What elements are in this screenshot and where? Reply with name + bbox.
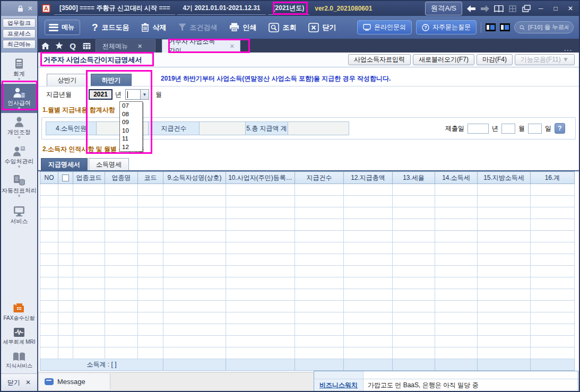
table-cell[interactable]	[105, 324, 138, 336]
table-cell[interactable]	[478, 324, 531, 336]
minimize-button[interactable]: ─	[535, 5, 546, 12]
table-cell[interactable]	[295, 207, 344, 219]
table-cell[interactable]	[105, 254, 138, 266]
table-cell[interactable]	[58, 324, 73, 336]
table-cell[interactable]	[105, 312, 138, 324]
table-cell[interactable]	[40, 312, 58, 324]
table-cell[interactable]	[295, 254, 344, 266]
calendar-icon[interactable]	[80, 39, 93, 53]
table-cell[interactable]	[73, 196, 105, 207]
table-cell[interactable]	[40, 266, 58, 277]
table-cell[interactable]	[344, 196, 393, 207]
table-cell[interactable]	[226, 184, 295, 196]
table-cell[interactable]	[138, 312, 163, 324]
worklink-button[interactable]: 업무링크	[3, 19, 36, 28]
nav-forward-icon[interactable]	[480, 4, 490, 13]
table-cell[interactable]	[40, 196, 58, 207]
tab-business-income[interactable]: 거주자 사업소득간이 ✕	[162, 39, 240, 53]
table-cell[interactable]	[40, 301, 58, 312]
table-cell[interactable]	[73, 347, 105, 359]
table-cell[interactable]	[138, 324, 163, 336]
table-cell[interactable]	[295, 196, 344, 207]
table-cell[interactable]	[344, 266, 393, 277]
pay-year-input[interactable]	[89, 89, 112, 100]
table-cell[interactable]	[531, 336, 575, 347]
sidebar-item-auto-voucher[interactable]: 자동전표처리 ▼	[1, 171, 37, 201]
table-cell[interactable]	[344, 242, 393, 254]
table-cell[interactable]	[226, 207, 295, 219]
pay-month-combobox[interactable]: ▼	[125, 89, 149, 100]
table-cell[interactable]	[295, 301, 344, 312]
table-cell[interactable]	[163, 242, 226, 254]
table-cell[interactable]	[58, 312, 73, 324]
table-cell[interactable]	[344, 312, 393, 324]
table-cell[interactable]	[531, 219, 575, 231]
table-cell[interactable]	[40, 219, 58, 231]
table-cell[interactable]	[73, 207, 105, 219]
table-cell[interactable]	[58, 266, 73, 277]
table-cell[interactable]	[163, 324, 226, 336]
inquiry-button[interactable]: 조회	[269, 23, 297, 32]
table-cell[interactable]	[138, 301, 163, 312]
table-cell[interactable]	[58, 219, 73, 231]
column-header-9.소득자성명(상호)[interactable]: 9.소득자성명(상호)	[163, 172, 226, 184]
table-cell[interactable]	[40, 336, 58, 347]
table-cell[interactable]	[295, 277, 344, 289]
table-cell[interactable]	[105, 266, 138, 277]
table-cell[interactable]	[295, 312, 344, 324]
pay-count-value[interactable]	[200, 122, 246, 135]
sidebar-item-clients[interactable]: 수임처관리 ▼	[1, 142, 37, 171]
message-panel[interactable]: Message	[39, 373, 110, 390]
sidebar-item-mri[interactable]: 세무회계 MRI	[1, 324, 37, 349]
month-dropdown-list[interactable]: 070809101112	[119, 101, 143, 152]
column-header-업종코드[interactable]: 업종코드	[73, 172, 105, 184]
table-cell[interactable]	[478, 242, 531, 254]
table-cell[interactable]	[58, 336, 73, 347]
table-cell[interactable]	[40, 347, 58, 359]
table-cell[interactable]	[58, 254, 73, 266]
table-cell[interactable]	[163, 184, 226, 196]
tab-first-half[interactable]: 상반기	[47, 74, 88, 86]
table-cell[interactable]	[226, 277, 295, 289]
table-cell[interactable]	[105, 231, 138, 242]
table-cell[interactable]	[226, 266, 295, 277]
table-cell[interactable]	[58, 242, 73, 254]
table-cell[interactable]	[58, 301, 73, 312]
table-cell[interactable]	[138, 207, 163, 219]
table-cell[interactable]	[295, 184, 344, 196]
table-cell[interactable]	[105, 347, 138, 359]
income-data-entry-button[interactable]: 사업소득자료입력	[348, 54, 411, 65]
table-cell[interactable]	[344, 219, 393, 231]
table-cell[interactable]	[73, 266, 105, 277]
process-button[interactable]: 프로세스	[3, 29, 36, 38]
online-inquiry-button[interactable]: 온라인문의	[357, 20, 412, 34]
table-cell[interactable]	[163, 254, 226, 266]
column-header-select[interactable]	[58, 172, 73, 184]
table-cell[interactable]	[393, 324, 435, 336]
table-cell[interactable]	[163, 219, 226, 231]
table-cell[interactable]	[295, 219, 344, 231]
table-cell[interactable]	[163, 336, 226, 347]
table-cell[interactable]	[531, 207, 575, 219]
table-cell[interactable]	[435, 336, 478, 347]
table-cell[interactable]	[105, 289, 138, 301]
column-header-업종명[interactable]: 업종명	[105, 172, 138, 184]
table-cell[interactable]	[295, 336, 344, 347]
table-cell[interactable]	[344, 324, 393, 336]
table-cell[interactable]	[531, 324, 575, 336]
table-cell[interactable]	[344, 277, 393, 289]
table-cell[interactable]	[435, 254, 478, 266]
table-cell[interactable]	[138, 347, 163, 359]
faq-button[interactable]: ? 자주묻는질문	[416, 20, 477, 34]
table-cell[interactable]	[478, 207, 531, 219]
table-cell[interactable]	[478, 266, 531, 277]
book-view-icon[interactable]	[494, 4, 504, 13]
table-cell[interactable]	[531, 196, 575, 207]
table-cell[interactable]	[226, 196, 295, 207]
table-cell[interactable]	[478, 336, 531, 347]
table-cell[interactable]	[105, 196, 138, 207]
table-cell[interactable]	[393, 207, 435, 219]
table-cell[interactable]	[478, 277, 531, 289]
table-cell[interactable]	[73, 312, 105, 324]
table-cell[interactable]	[295, 324, 344, 336]
